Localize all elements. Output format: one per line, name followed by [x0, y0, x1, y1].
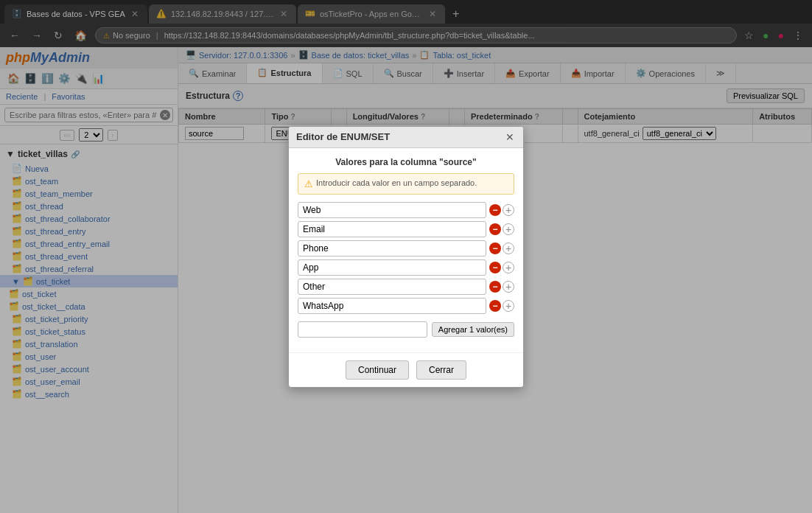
notice-text: Introducir cada valor en un campo separa… [316, 178, 477, 187]
enum-add-after-5[interactable]: + [503, 299, 514, 312]
enum-actions-1: − + [489, 223, 514, 235]
enum-input-2[interactable] [298, 240, 486, 256]
continue-button[interactable]: Continuar [346, 360, 409, 380]
enum-input-0[interactable] [298, 202, 486, 218]
enum-remove-2[interactable]: − [489, 242, 501, 254]
enum-row-4: − + [298, 279, 514, 295]
enum-add-after-1[interactable]: + [503, 223, 514, 235]
enum-row-3: − + [298, 259, 514, 276]
enum-input-3[interactable] [298, 259, 486, 276]
dialog-body: Valores para la columna "source" ⚠ Intro… [289, 148, 523, 352]
enum-input-4[interactable] [298, 279, 486, 295]
enum-actions-5: − + [489, 299, 514, 312]
dialog-subtitle: Valores para la columna "source" [298, 157, 514, 167]
enum-remove-0[interactable]: − [489, 203, 501, 216]
enum-remove-5[interactable]: − [489, 299, 501, 312]
enum-add-after-0[interactable]: + [503, 203, 514, 216]
enum-add-row: Agregar 1 valor(es) [298, 321, 514, 338]
dialog-overlay: Editor de ENUM/SET ✕ Valores para la col… [0, 0, 812, 513]
enum-row-0: − + [298, 202, 514, 218]
close-dialog-button[interactable]: Cerrar [416, 360, 466, 380]
enum-remove-1[interactable]: − [489, 223, 501, 235]
dialog-close-button[interactable]: ✕ [504, 131, 516, 143]
enum-actions-2: − + [489, 242, 514, 254]
enum-add-button[interactable]: Agregar 1 valor(es) [432, 322, 514, 337]
enum-input-1[interactable] [298, 221, 486, 237]
enum-row-2: − + [298, 240, 514, 256]
enum-editor-dialog: Editor de ENUM/SET ✕ Valores para la col… [288, 126, 524, 388]
enum-actions-4: − + [489, 280, 514, 293]
enum-remove-3[interactable]: − [489, 261, 501, 273]
enum-row-5: − + [298, 298, 514, 314]
enum-actions-3: − + [489, 261, 514, 273]
dialog-footer: Continuar Cerrar [289, 352, 523, 387]
enum-add-after-2[interactable]: + [503, 242, 514, 254]
dialog-notice: ⚠ Introducir cada valor en un campo sepa… [298, 173, 514, 195]
enum-actions-0: − + [489, 203, 514, 216]
dialog-titlebar: Editor de ENUM/SET ✕ [289, 127, 523, 148]
enum-input-5[interactable] [298, 298, 486, 314]
enum-remove-4[interactable]: − [489, 280, 501, 293]
enum-row-1: − + [298, 221, 514, 237]
warning-icon: ⚠ [304, 178, 313, 189]
enum-add-after-4[interactable]: + [503, 280, 514, 293]
dialog-title: Editor de ENUM/SET [296, 131, 390, 142]
enum-add-input[interactable] [298, 321, 427, 338]
enum-add-after-3[interactable]: + [503, 261, 514, 273]
enum-value-list: − + − + − + [298, 202, 514, 314]
